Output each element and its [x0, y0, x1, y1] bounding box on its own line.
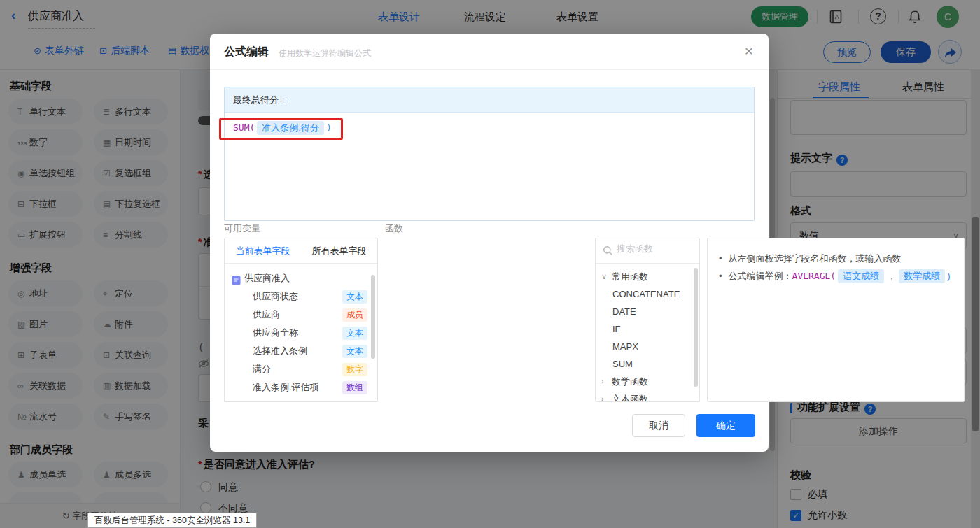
type-badge: 数字 — [342, 363, 368, 376]
tip-line-1: •从左侧面板选择字段名和函数，或输入函数 — [719, 252, 902, 265]
type-badge: 成员 — [342, 308, 368, 322]
type-badge: 文本 — [342, 345, 368, 358]
variable-field-row[interactable]: 供应商状态文本 — [225, 287, 377, 306]
caret-right-icon: › — [601, 373, 604, 390]
variable-field-row[interactable]: 供应商成员 — [225, 306, 377, 324]
browser-status-tooltip: 百数后台管理系统 - 360安全浏览器 13.1 — [88, 513, 257, 528]
modal-subtitle: 使用数学运算符编辑公式 — [279, 48, 371, 59]
caret-down-icon: ∨ — [601, 268, 607, 285]
variables-label: 可用变量 — [224, 222, 260, 235]
variables-tabs: 当前表单字段 所有表单字段 — [225, 238, 377, 264]
variables-tree-root[interactable]: 供应商准入 — [225, 269, 377, 287]
formula-target: 最终总得分 = — [225, 87, 754, 113]
tip-line-2: •公式编辑举例：AVERAGE(语文成绩，数学成绩) — [719, 269, 951, 283]
functions-panel: ∨常用函数 CONCATENATE DATE IF MAPX SUM ›数学函数… — [595, 238, 700, 402]
tips-panel: •从左侧面板选择字段名和函数，或输入函数 •公式编辑举例：AVERAGE(语文成… — [707, 238, 965, 402]
tab-current-form-fields[interactable]: 当前表单字段 — [225, 238, 301, 263]
type-badge: 数组 — [342, 381, 368, 394]
example-field-chip: 数学成绩 — [899, 269, 945, 283]
function-item[interactable]: CONCATENATE — [596, 285, 699, 303]
variables-scrollbar-thumb[interactable] — [371, 275, 375, 359]
formula-field-chip[interactable]: 准入条例.得分 — [257, 121, 324, 135]
type-badge: 文本 — [342, 327, 368, 340]
function-search-input[interactable] — [617, 243, 692, 254]
formula-close-paren: ) — [326, 122, 332, 133]
search-icon — [603, 245, 613, 256]
formula-function-token: SUM( — [233, 122, 255, 133]
functions-label: 函数 — [385, 222, 403, 235]
cancel-button[interactable]: 取消 — [632, 414, 685, 437]
modal-title: 公式编辑 — [224, 45, 269, 59]
variable-field-row[interactable]: 选择准入条例文本 — [225, 342, 377, 360]
caret-right-icon: › — [601, 390, 604, 402]
function-item[interactable]: IF — [596, 320, 699, 338]
example-field-chip: 语文成绩 — [838, 269, 884, 283]
function-group-math[interactable]: ›数学函数 — [596, 373, 699, 390]
function-item[interactable]: MAPX — [596, 338, 699, 355]
variable-field-row[interactable]: 供应商全称文本 — [225, 324, 377, 342]
function-item[interactable]: DATE — [596, 303, 699, 320]
formula-editor[interactable]: 最终总得分 = SUM(准入条例.得分) — [224, 87, 755, 221]
function-item[interactable]: SUM — [596, 355, 699, 373]
variables-panel: 当前表单字段 所有表单字段 供应商准入 供应商状态文本 供应商成员 供应商全称文… — [224, 238, 378, 402]
variable-field-row[interactable]: 准入条例.评估项数组 — [225, 378, 377, 397]
tab-all-form-fields[interactable]: 所有表单字段 — [301, 238, 377, 263]
example-function-token: AVERAGE( — [792, 271, 836, 281]
function-group-common[interactable]: ∨常用函数 — [596, 268, 699, 285]
app-window: ‹ 供应商准入 表单设计 流程设定 表单设置 数据管理 A ? C ⊘表单外链 — [0, 0, 980, 528]
variable-field-row[interactable]: 满分数字 — [225, 360, 377, 378]
formula-edit-modal: 公式编辑 使用数学运算符编辑公式 × 最终总得分 = SUM(准入条例.得分) … — [210, 34, 769, 452]
formula-expression[interactable]: SUM(准入条例.得分) — [233, 121, 332, 135]
modal-header: 公式编辑 使用数学运算符编辑公式 × — [210, 34, 769, 70]
type-badge: 文本 — [342, 290, 368, 304]
functions-scrollbar-thumb[interactable] — [694, 268, 698, 387]
confirm-button[interactable]: 确定 — [696, 414, 755, 437]
close-icon[interactable]: × — [745, 43, 753, 59]
function-search — [596, 238, 699, 264]
function-group-text[interactable]: ›文本函数 — [596, 390, 699, 402]
